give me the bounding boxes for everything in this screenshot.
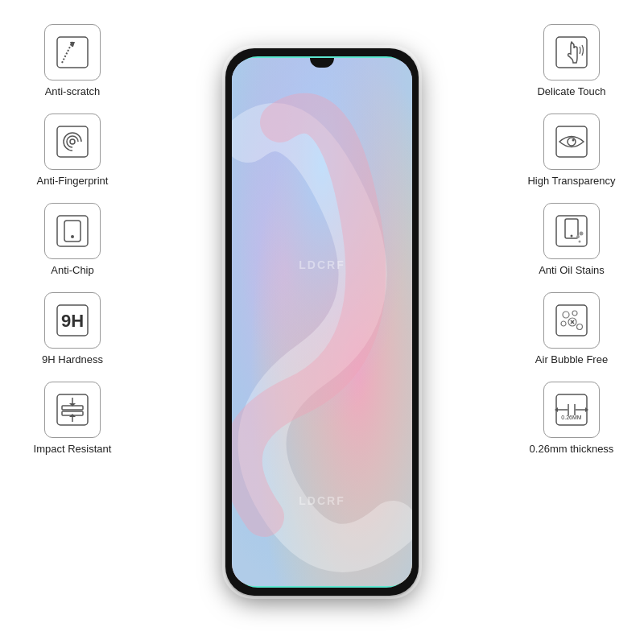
delicate-touch-icon-box [543, 24, 600, 80]
feature-anti-fingerprint: Anti-Fingerprint [8, 114, 137, 187]
fingerprint-icon [52, 122, 93, 162]
feature-impact-resistant: Impact Resistant [8, 382, 137, 455]
svg-point-33 [572, 311, 577, 316]
svg-point-27 [571, 235, 573, 237]
feature-anti-oil-stains: Anti Oil Stains [507, 203, 636, 276]
watermark-bottom: LDCRF [299, 494, 345, 507]
svg-rect-0 [57, 37, 88, 68]
svg-point-24 [572, 139, 575, 142]
anti-fingerprint-label: Anti-Fingerprint [37, 175, 109, 187]
anti-scratch-label: Anti-scratch [45, 85, 101, 97]
feature-anti-scratch: Anti-scratch [8, 24, 137, 97]
anti-oil-label: Anti Oil Stains [539, 264, 605, 276]
feature-anti-chip: Anti-Chip [8, 203, 137, 276]
transparency-icon [551, 122, 592, 162]
9h-icon-box: 9H [44, 292, 101, 349]
high-transparency-label: High Transparency [527, 175, 615, 187]
air-bubble-icon-box [543, 292, 600, 349]
svg-point-36 [577, 324, 583, 330]
thickness-icon-box: 0.26MM [543, 382, 600, 438]
scratch-icon [52, 32, 93, 72]
svg-point-29 [580, 232, 584, 236]
touch-icon [551, 32, 592, 72]
svg-point-30 [579, 241, 581, 243]
svg-point-34 [561, 321, 566, 326]
anti-oil-icon-box [543, 203, 600, 259]
watermark-top: LDCRF [299, 258, 345, 271]
delicate-touch-label: Delicate Touch [537, 85, 605, 97]
chip-icon [52, 211, 93, 251]
svg-point-32 [563, 312, 569, 318]
feature-9h-hardness: 9H 9H Hardness [8, 292, 137, 365]
svg-point-7 [71, 235, 74, 238]
9h-icon: 9H [52, 300, 93, 341]
thickness-label: 0.26mm thickness [530, 443, 614, 455]
svg-rect-6 [64, 221, 80, 242]
anti-chip-label: Anti-Chip [51, 264, 93, 276]
high-transparency-icon-box [543, 114, 600, 170]
9h-label: 9H Hardness [42, 353, 103, 365]
main-container: Anti-scratch Anti-Fingerprint [0, 0, 644, 644]
feature-thickness: 0.26MM 0.26mm thickness [507, 382, 636, 455]
features-right: Delicate Touch High Transparency [507, 24, 636, 455]
svg-text:0.26MM: 0.26MM [561, 415, 581, 420]
features-left: Anti-scratch Anti-Fingerprint [8, 24, 137, 455]
feature-air-bubble-free: Air Bubble Free [507, 292, 636, 365]
svg-point-23 [568, 138, 576, 146]
impact-icon [52, 390, 93, 430]
feature-high-transparency: High Transparency [507, 114, 636, 187]
svg-rect-25 [556, 216, 587, 246]
svg-rect-3 [57, 126, 88, 157]
anti-chip-icon-box [44, 203, 101, 259]
air-bubble-free-label: Air Bubble Free [535, 353, 608, 365]
svg-point-28 [576, 235, 580, 238]
feature-delicate-touch: Delicate Touch [507, 24, 636, 97]
anti-scratch-icon-box [44, 24, 101, 80]
impact-resistant-label: Impact Resistant [34, 443, 112, 455]
phone-outer: LDCRF LDCRF [225, 48, 419, 596]
svg-rect-22 [556, 126, 587, 157]
svg-line-1 [62, 42, 72, 63]
phone-wrapper: LDCRF LDCRF [225, 48, 419, 596]
anti-fingerprint-icon-box [44, 114, 101, 170]
impact-icon-box [44, 382, 101, 438]
bubble-icon [551, 300, 592, 341]
svg-text:9H: 9H [61, 311, 84, 331]
phone-screen: LDCRF LDCRF [232, 58, 412, 586]
thickness-icon: 0.26MM [551, 390, 592, 430]
svg-point-4 [70, 139, 75, 144]
oil-icon [551, 211, 592, 251]
